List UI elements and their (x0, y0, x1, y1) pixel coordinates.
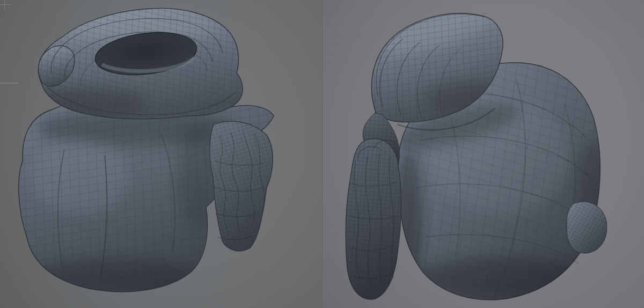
body-dense-patch (567, 202, 607, 253)
sculpt-app-viewports (0, 0, 644, 308)
sleeve-wireframe (210, 121, 273, 251)
mesh-left-canvas[interactable] (0, 0, 322, 308)
grid-guides (0, 0, 18, 83)
viewport-left[interactable] (0, 0, 322, 308)
mesh-left-collar[interactable] (16, 8, 243, 119)
mesh-left-sleeve[interactable] (210, 121, 273, 251)
viewport-right[interactable] (322, 0, 644, 308)
mesh-right-sleeve[interactable] (346, 139, 401, 299)
mesh-right-canvas[interactable] (323, 0, 644, 308)
